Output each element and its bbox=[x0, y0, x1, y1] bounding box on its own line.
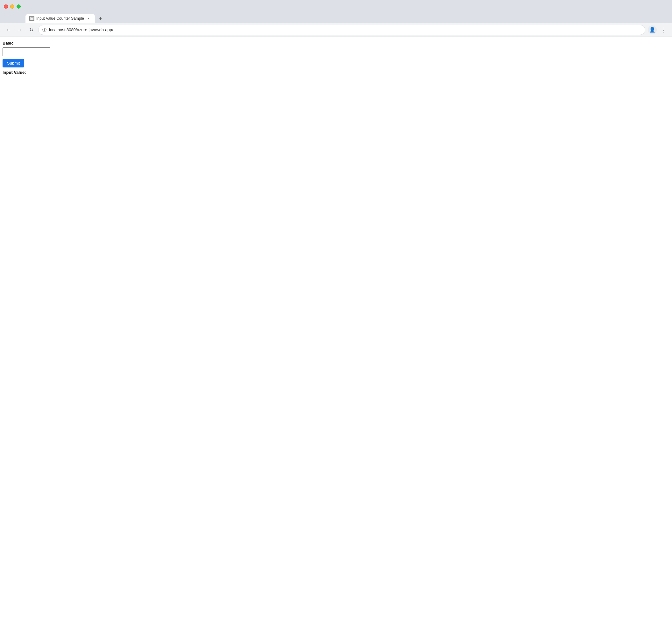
maximize-button[interactable] bbox=[16, 4, 21, 9]
svg-rect-2 bbox=[31, 19, 32, 19]
lock-icon: ⓘ bbox=[42, 27, 46, 33]
input-value-label: Input Value: bbox=[3, 70, 669, 75]
forward-button[interactable]: → bbox=[15, 25, 24, 34]
traffic-lights bbox=[4, 4, 21, 9]
close-button[interactable] bbox=[4, 4, 8, 9]
active-tab[interactable]: Input Value Counter Sample × bbox=[26, 14, 95, 23]
address-bar[interactable] bbox=[49, 28, 641, 32]
menu-button[interactable]: ⋮ bbox=[659, 25, 668, 34]
reload-button[interactable]: ↻ bbox=[27, 25, 36, 34]
title-bar bbox=[0, 0, 672, 13]
back-button[interactable]: ← bbox=[4, 25, 13, 34]
browser-chrome: Input Value Counter Sample × + ← → ↻ ⓘ 👤… bbox=[0, 0, 672, 37]
minimize-button[interactable] bbox=[10, 4, 14, 9]
svg-rect-0 bbox=[30, 17, 34, 20]
new-tab-button[interactable]: + bbox=[96, 14, 105, 23]
basic-input[interactable] bbox=[3, 47, 50, 56]
svg-rect-1 bbox=[31, 17, 33, 18]
tab-close-button[interactable]: × bbox=[86, 16, 91, 21]
profile-button[interactable]: 👤 bbox=[648, 25, 657, 34]
tab-favicon bbox=[29, 16, 34, 21]
section-label: Basic bbox=[3, 41, 669, 46]
nav-bar: ← → ↻ ⓘ 👤 ⋮ bbox=[0, 23, 672, 37]
submit-button[interactable]: Submit bbox=[3, 59, 24, 67]
address-bar-container: ⓘ bbox=[38, 25, 645, 35]
tab-title: Input Value Counter Sample bbox=[36, 16, 84, 21]
tab-bar: Input Value Counter Sample × + bbox=[0, 13, 672, 23]
page-content: Basic Submit Input Value: bbox=[0, 37, 672, 620]
